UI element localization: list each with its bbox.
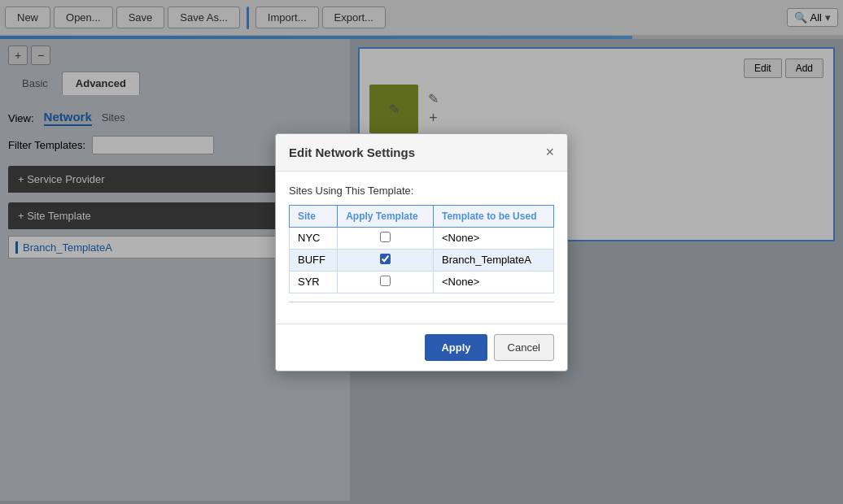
modal-header: Edit Network Settings ×: [276, 134, 567, 172]
edit-network-modal: Edit Network Settings × Sites Using This…: [275, 133, 568, 371]
modal-title: Edit Network Settings: [289, 146, 415, 159]
cancel-button[interactable]: Cancel: [494, 334, 554, 361]
col-apply: Apply Template: [338, 205, 434, 227]
modal-overlay: Edit Network Settings × Sites Using This…: [0, 0, 843, 504]
template-used-cell: <None>: [434, 227, 554, 249]
modal-footer: Apply Cancel: [276, 324, 567, 371]
modal-subtitle: Sites Using This Template:: [289, 185, 554, 197]
table-row: SYR<None>: [290, 271, 554, 293]
apply-template-cell: [338, 249, 434, 271]
apply-template-cell: [338, 271, 434, 293]
site-cell: BUFF: [290, 249, 338, 271]
template-used-cell: <None>: [434, 271, 554, 293]
template-used-cell: Branch_TemplateA: [434, 249, 554, 271]
apply-template-checkbox[interactable]: [380, 254, 391, 264]
site-cell: NYC: [290, 227, 338, 249]
table-row: NYC<None>: [290, 227, 554, 249]
col-site: Site: [290, 205, 338, 227]
table-row: BUFFBranch_TemplateA: [290, 249, 554, 271]
sites-table: Site Apply Template Template to be Used …: [289, 205, 554, 293]
modal-body: Sites Using This Template: Site Apply Te…: [276, 172, 567, 324]
col-template: Template to be Used: [434, 205, 554, 227]
apply-template-cell: [338, 227, 434, 249]
apply-template-checkbox[interactable]: [380, 276, 391, 286]
modal-divider: [289, 302, 554, 302]
apply-template-checkbox[interactable]: [380, 232, 391, 242]
modal-close-button[interactable]: ×: [545, 144, 554, 161]
apply-button[interactable]: Apply: [425, 334, 487, 361]
site-cell: SYR: [290, 271, 338, 293]
